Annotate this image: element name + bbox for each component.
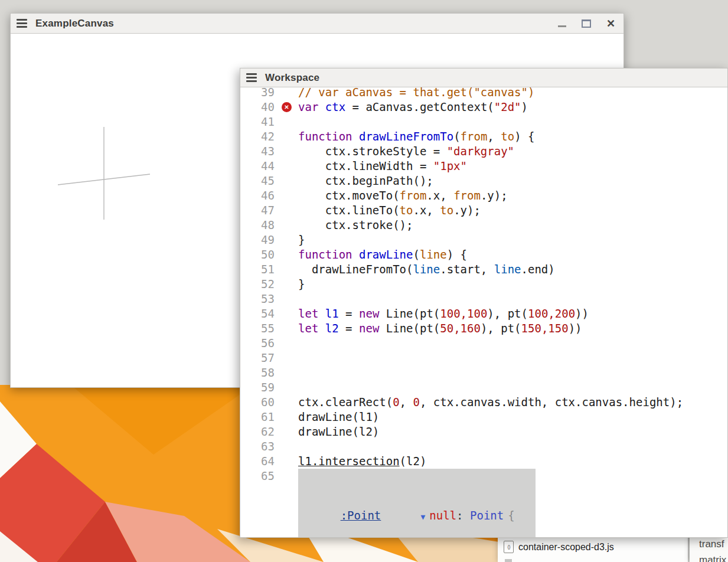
code-editor[interactable]: 39// var aCanvas = that.get("canvas")40✕… — [240, 87, 727, 537]
example-canvas-titlebar[interactable]: ExampleCanvas ✕ — [11, 14, 623, 34]
gutter-marker-slot — [275, 174, 298, 188]
code-line[interactable]: 50function drawLine(line) { — [240, 247, 727, 262]
line-number: 52 — [240, 277, 275, 292]
code-line[interactable]: 43 ctx.strokeStyle = "darkgray" — [240, 144, 727, 159]
code-line[interactable]: 39// var aCanvas = that.get("canvas") — [240, 87, 727, 100]
inspector-null-value: null — [429, 509, 456, 522]
code-line[interactable]: 54let l1 = new Line(pt(100,100), pt(100,… — [240, 306, 727, 321]
code-line[interactable]: 57 — [240, 351, 727, 365]
code-line[interactable]: 55let l2 = new Line(pt(50,160), pt(150,1… — [240, 321, 727, 336]
close-icon[interactable]: ✕ — [606, 18, 615, 29]
inspector-header-row: :Point ▼null: Point{ — [298, 496, 536, 537]
gutter-marker-slot — [275, 277, 298, 292]
error-icon[interactable]: ✕ — [282, 102, 292, 112]
gutter-marker-slot — [275, 292, 298, 306]
minimize-icon[interactable] — [558, 20, 566, 27]
gutter-marker-slot — [275, 129, 298, 144]
code-line[interactable]: 63 — [240, 439, 727, 454]
code-line[interactable]: 58 — [240, 365, 727, 380]
file-code-glyph: ⟨⟩ — [507, 544, 510, 550]
code-text — [298, 351, 727, 365]
clipped-label-transform[interactable]: transf — [699, 538, 724, 550]
code-line[interactable]: 56 — [240, 336, 727, 351]
code-text: let l1 = new Line(pt(100,100), pt(100,20… — [298, 306, 727, 321]
code-text — [298, 336, 727, 351]
code-text: drawLine(l1) — [298, 410, 727, 424]
gutter-marker-slot — [275, 365, 298, 380]
code-line[interactable]: 40✕var ctx = aCanvas.getContext("2d") — [240, 100, 727, 115]
code-line[interactable]: 59 — [240, 380, 727, 395]
gutter-marker-slot — [275, 380, 298, 395]
gutter-marker-slot — [275, 351, 298, 365]
line-number: 63 — [240, 439, 275, 454]
code-line[interactable]: 44 ctx.lineWidth = "1px" — [240, 159, 727, 174]
code-line[interactable]: 42function drawLineFromTo(from, to) { — [240, 129, 727, 144]
line-number: 46 — [240, 188, 275, 203]
code-text: ctx.stroke(); — [298, 218, 727, 233]
gutter-marker-slot — [275, 410, 298, 424]
code-line[interactable]: 48 ctx.stroke(); — [240, 218, 727, 233]
gutter-marker-slot — [275, 454, 298, 469]
menu-icon[interactable] — [17, 19, 27, 28]
gutter-marker-slot — [275, 262, 298, 277]
line-number: 61 — [240, 410, 275, 424]
code-text: drawLine(l2) — [298, 424, 727, 439]
line-number: 65 — [240, 469, 275, 483]
gutter-marker-slot — [275, 306, 298, 321]
window-title: ExampleCanvas — [35, 18, 114, 30]
code-line[interactable]: 45 ctx.beginPath(); — [240, 174, 727, 188]
line-number: 54 — [240, 306, 275, 321]
line-number: 41 — [240, 115, 275, 129]
code-text: ctx.moveTo(from.x, from.y); — [298, 188, 727, 203]
code-text — [298, 380, 727, 395]
code-text: function drawLineFromTo(from, to) { — [298, 129, 727, 144]
gutter-marker-slot — [275, 336, 298, 351]
code-line[interactable]: 62drawLine(l2) — [240, 424, 727, 439]
line-number: 40 — [240, 100, 275, 115]
code-text: ctx.beginPath(); — [298, 174, 727, 188]
line-number: 49 — [240, 233, 275, 247]
code-text: ctx.lineTo(to.x, to.y); — [298, 203, 727, 218]
open-brace: { — [508, 509, 514, 522]
code-text: :Point ▼null: Point{ ▶__proto__: Point{.… — [298, 469, 727, 537]
code-text: let l2 = new Line(pt(50,160), pt(150,150… — [298, 321, 727, 336]
line-number: 55 — [240, 321, 275, 336]
code-text: } — [298, 233, 727, 247]
line-number: 51 — [240, 262, 275, 277]
inspector-type-name: Point — [470, 509, 504, 522]
gutter-marker-slot — [275, 203, 298, 218]
code-line[interactable]: 60ctx.clearRect(0, 0, ctx.canvas.width, … — [240, 395, 727, 410]
gutter-marker-slot — [275, 159, 298, 174]
code-line[interactable]: 51 drawLineFromTo(line.start, line.end) — [240, 262, 727, 277]
gutter-marker-slot — [275, 233, 298, 247]
clipped-label-matrix[interactable]: matrix — [699, 554, 726, 562]
code-line[interactable]: 61drawLine(l1) — [240, 410, 727, 424]
gutter-marker-slot — [275, 247, 298, 262]
workspace-titlebar[interactable]: Workspace — [240, 68, 727, 87]
code-text: drawLineFromTo(line.start, line.end) — [298, 262, 727, 277]
workspace-window: Workspace 39// var aCanvas = that.get("c… — [240, 68, 728, 538]
code-line[interactable]: 52} — [240, 277, 727, 292]
code-text: ctx.strokeStyle = "darkgray" — [298, 144, 727, 159]
code-line[interactable]: 49} — [240, 233, 727, 247]
gutter-marker-slot — [275, 395, 298, 410]
code-line[interactable]: 46 ctx.moveTo(from.x, from.y); — [240, 188, 727, 203]
code-line[interactable]: 64l1.intersection(l2) — [240, 454, 727, 469]
code-line[interactable]: 65 :Point ▼null: Point{ ▶__proto__: Poin… — [240, 469, 727, 537]
collapse-arrow-icon[interactable]: ▼ — [421, 512, 426, 521]
code-line[interactable]: 53 — [240, 292, 727, 306]
code-text: function drawLine(line) { — [298, 247, 727, 262]
menu-icon[interactable] — [246, 73, 257, 82]
code-line[interactable]: 41 — [240, 115, 727, 129]
gutter-marker-slot — [275, 188, 298, 203]
code-line[interactable]: 47 ctx.lineTo(to.x, to.y); — [240, 203, 727, 218]
maximize-icon[interactable] — [582, 19, 591, 28]
code-text: ctx.clearRect(0, 0, ctx.canvas.width, ct… — [298, 395, 727, 410]
gutter-marker-slot — [275, 144, 298, 159]
gutter-marker-slot — [275, 218, 298, 233]
code-text: ctx.lineWidth = "1px" — [298, 159, 727, 174]
line-number: 53 — [240, 292, 275, 306]
code-text — [298, 292, 727, 306]
inline-inspector: :Point ▼null: Point{ ▶__proto__: Point{.… — [298, 469, 536, 537]
desktop: ExampleCanvas ✕ ⟨⟩ container-scoped-d3.j… — [0, 0, 728, 562]
